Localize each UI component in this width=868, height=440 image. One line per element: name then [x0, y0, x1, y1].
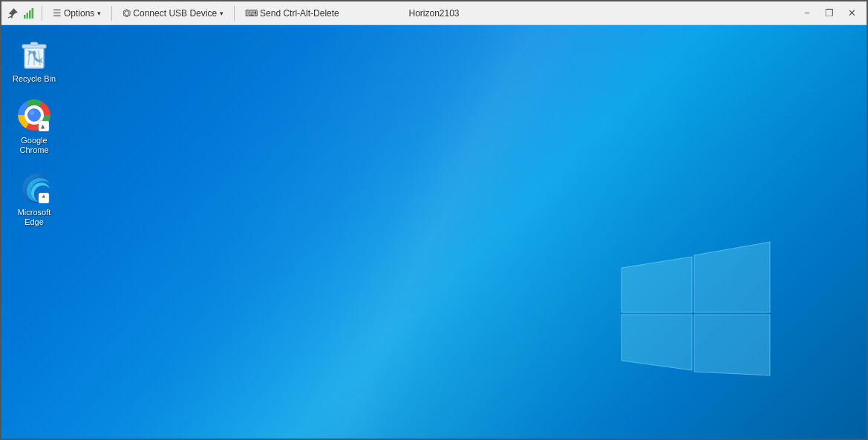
- svg-marker-6: [694, 242, 770, 312]
- window-controls: − ❐ ✕: [797, 4, 862, 22]
- close-button[interactable]: ✕: [841, 4, 862, 22]
- options-chevron: ▾: [97, 10, 101, 17]
- kbd-icon: ⌨: [245, 8, 258, 19]
- separator-1: [42, 6, 42, 21]
- edge-image: [16, 169, 52, 205]
- chrome-image: [16, 97, 52, 133]
- hamburger-icon: ☰: [53, 7, 62, 19]
- svg-rect-11: [30, 42, 38, 45]
- svg-rect-1: [24, 15, 26, 19]
- svg-rect-3: [29, 10, 31, 19]
- options-menu[interactable]: ☰ Options ▾: [48, 5, 105, 21]
- recycle-bin-image: [16, 36, 52, 71]
- separator-3: [234, 6, 235, 21]
- svg-rect-18: [39, 121, 49, 131]
- svg-marker-8: [694, 315, 770, 375]
- usb-icon: ⏣: [123, 7, 131, 19]
- svg-marker-5: [621, 257, 692, 312]
- svg-point-16: [27, 108, 41, 122]
- separator-2: [111, 6, 112, 21]
- restore-button[interactable]: ❐: [819, 4, 840, 22]
- svg-point-17: [30, 111, 34, 115]
- windows-logo: [614, 231, 777, 394]
- send-ctrl-alt-del-menu[interactable]: ⌨ Send Ctrl-Alt-Delete: [241, 6, 344, 21]
- recycle-bin-label: Recycle Bin: [13, 74, 56, 84]
- connect-usb-label: Connect USB Device: [133, 8, 217, 19]
- window-title: Horizon2103: [408, 8, 459, 19]
- microsoft-edge-icon[interactable]: Microsoft Edge: [7, 166, 61, 230]
- minimize-button[interactable]: −: [797, 4, 818, 22]
- svg-marker-7: [621, 315, 692, 370]
- svg-rect-2: [27, 13, 29, 19]
- google-chrome-icon[interactable]: Google Chrome: [7, 94, 61, 158]
- window-frame: ☰ Options ▾ ⏣ Connect USB Device ▾ ⌨ Sen…: [0, 0, 868, 440]
- usb-chevron: ▾: [220, 10, 223, 17]
- options-label: Options: [64, 8, 94, 19]
- signal-icon[interactable]: [22, 7, 36, 20]
- pin-icon[interactable]: [6, 7, 19, 20]
- desktop: Recycle Bin: [1, 25, 867, 439]
- connect-usb-menu[interactable]: ⏣ Connect USB Device ▾: [118, 5, 228, 21]
- title-bar: ☰ Options ▾ ⏣ Connect USB Device ▾ ⌨ Sen…: [1, 1, 867, 25]
- chrome-label: Google Chrome: [10, 136, 58, 155]
- desktop-icons: Recycle Bin: [7, 33, 61, 230]
- svg-rect-20: [39, 193, 49, 203]
- send-ctrl-alt-del-label: Send Ctrl-Alt-Delete: [260, 8, 339, 19]
- recycle-bin-icon[interactable]: Recycle Bin: [7, 33, 61, 87]
- svg-rect-4: [32, 8, 34, 19]
- title-bar-left: ☰ Options ▾ ⏣ Connect USB Device ▾ ⌨ Sen…: [6, 5, 797, 21]
- edge-label: Microsoft Edge: [10, 208, 58, 227]
